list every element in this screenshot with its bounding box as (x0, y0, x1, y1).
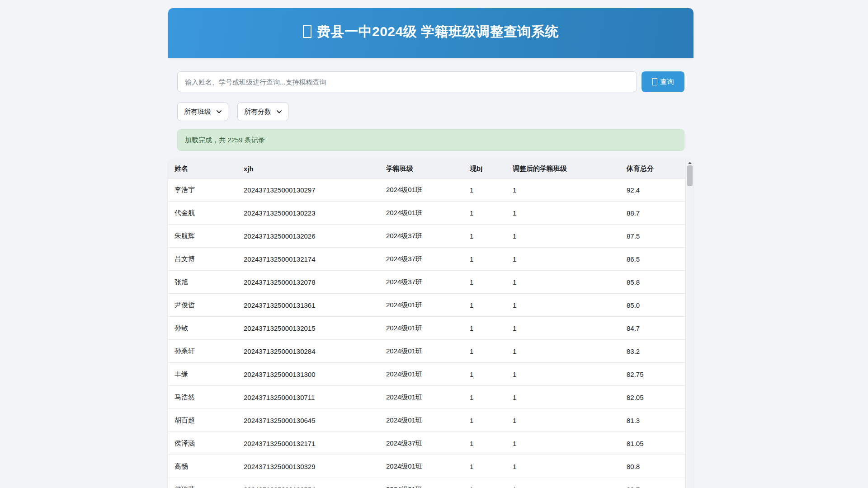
scrollbar-up-arrow[interactable] (688, 162, 692, 164)
column-header-name: 姓名 (168, 159, 237, 178)
score-filter-select[interactable]: 所有分数 (237, 102, 288, 121)
column-header-current-bj: 现bj (463, 159, 506, 178)
cell-registered-class: 2024级01班 (380, 455, 463, 478)
table-row: 李浩宇 2024371325000130297 2024级01班 1 1 92.… (168, 178, 686, 202)
cell-sports-score: 81.05 (620, 432, 686, 455)
cell-name: 朱航辉 (168, 225, 237, 248)
cell-xjh: 2024371325000132174 (237, 248, 380, 271)
cell-adjusted-class: 1 (506, 248, 620, 271)
cell-xjh: 2024371325000130711 (237, 386, 380, 409)
cell-registered-class: 2024级01班 (380, 478, 463, 488)
cell-name: 侯泽涵 (168, 432, 237, 455)
cell-sports-score: 84.7 (620, 317, 686, 340)
table-row: 孙敏 2024371325000132015 2024级01班 1 1 84.7 (168, 317, 686, 340)
app-header: 费县一中2024级 学籍班级调整查询系统 (168, 8, 693, 58)
cell-registered-class: 2024级01班 (380, 386, 463, 409)
class-filter-value: 所有班级 (184, 108, 211, 116)
cell-current-bj: 1 (463, 317, 506, 340)
cell-adjusted-class: 1 (506, 202, 620, 225)
table-row: 侯泽涵 2024371325000132171 2024级37班 1 1 81.… (168, 432, 686, 455)
cell-xjh: 2024371325000131300 (237, 363, 380, 386)
cell-name: 李浩宇 (168, 178, 237, 202)
table-body: 李浩宇 2024371325000130297 2024级01班 1 1 92.… (168, 178, 686, 488)
cell-current-bj: 1 (463, 248, 506, 271)
cell-name: 孙敏 (168, 317, 237, 340)
cell-name: 代金航 (168, 202, 237, 225)
cell-registered-class: 2024级01班 (380, 202, 463, 225)
cell-adjusted-class: 1 (506, 271, 620, 294)
score-filter-value: 所有分数 (244, 108, 271, 116)
cell-adjusted-class: 1 (506, 225, 620, 248)
cell-sports-score: 85.0 (620, 294, 686, 317)
cell-adjusted-class: 1 (506, 409, 620, 432)
cell-current-bj: 1 (463, 455, 506, 478)
cell-name: 吕文博 (168, 248, 237, 271)
column-header-adjusted-class: 调整后的学籍班级 (506, 159, 620, 178)
table-row: 张旭 2024371325000132078 2024级37班 1 1 85.8 (168, 271, 686, 294)
cell-name: 丰缘 (168, 363, 237, 386)
filter-row: 所有班级 所有分数 (177, 102, 684, 121)
table-scrollbar[interactable] (685, 159, 693, 488)
cell-xjh: 2024371325000131361 (237, 294, 380, 317)
page-title-text: 费县一中2024级 学籍班级调整查询系统 (317, 23, 559, 41)
results-table: 姓名 xjh 学籍班级 现bj 调整后的学籍班级 体育总分 李浩宇 202437… (168, 159, 686, 488)
cell-registered-class: 2024级01班 (380, 363, 463, 386)
cell-sports-score: 80.7 (620, 478, 686, 488)
class-filter-select[interactable]: 所有班级 (177, 102, 228, 121)
status-message: 加载完成，共 2259 条记录 (177, 129, 684, 151)
cell-sports-score: 81.3 (620, 409, 686, 432)
search-button-label: 查询 (660, 78, 674, 86)
cell-xjh: 2024371325000130554 (237, 478, 380, 488)
cell-sports-score: 82.05 (620, 386, 686, 409)
cell-current-bj: 1 (463, 340, 506, 363)
cell-sports-score: 82.75 (620, 363, 686, 386)
cell-current-bj: 1 (463, 271, 506, 294)
table-row: 尹俊哲 2024371325000131361 2024级01班 1 1 85.… (168, 294, 686, 317)
cell-registered-class: 2024级01班 (380, 409, 463, 432)
cell-current-bj: 1 (463, 409, 506, 432)
chevron-down-icon (277, 110, 282, 113)
main-container: 费县一中2024级 学籍班级调整查询系统 查询 所有班级 所有分数 加载完成，共… (168, 0, 693, 488)
cell-name: 孙乘轩 (168, 340, 237, 363)
cell-sports-score: 80.8 (620, 455, 686, 478)
cell-adjusted-class: 1 (506, 363, 620, 386)
cell-current-bj: 1 (463, 294, 506, 317)
table-row: 侯玫艺 2024371325000130554 2024级01班 1 1 80.… (168, 478, 686, 488)
cell-current-bj: 1 (463, 178, 506, 202)
cell-xjh: 2024371325000130284 (237, 340, 380, 363)
cell-adjusted-class: 1 (506, 432, 620, 455)
cell-adjusted-class: 1 (506, 294, 620, 317)
search-button[interactable]: 查询 (642, 71, 684, 92)
cell-registered-class: 2024级37班 (380, 432, 463, 455)
cell-adjusted-class: 1 (506, 386, 620, 409)
cell-current-bj: 1 (463, 478, 506, 488)
cell-registered-class: 2024级37班 (380, 248, 463, 271)
cell-sports-score: 85.8 (620, 271, 686, 294)
cell-adjusted-class: 1 (506, 317, 620, 340)
cell-xjh: 2024371325000132078 (237, 271, 380, 294)
cell-name: 张旭 (168, 271, 237, 294)
cell-xjh: 2024371325000132015 (237, 317, 380, 340)
cell-xjh: 2024371325000130329 (237, 455, 380, 478)
cell-registered-class: 2024级01班 (380, 317, 463, 340)
scrollbar-thumb[interactable] (687, 165, 693, 186)
cell-xjh: 2024371325000130645 (237, 409, 380, 432)
cell-xjh: 2024371325000132026 (237, 225, 380, 248)
cell-sports-score: 86.5 (620, 248, 686, 271)
column-header-sports-score: 体育总分 (620, 159, 686, 178)
cell-xjh: 2024371325000132171 (237, 432, 380, 455)
search-icon (303, 25, 311, 38)
cell-name: 侯玫艺 (168, 478, 237, 488)
cell-name: 马浩然 (168, 386, 237, 409)
cell-current-bj: 1 (463, 432, 506, 455)
search-row: 查询 (177, 71, 684, 92)
results-table-card: 姓名 xjh 学籍班级 现bj 调整后的学籍班级 体育总分 李浩宇 202437… (168, 159, 693, 488)
cell-current-bj: 1 (463, 386, 506, 409)
cell-name: 尹俊哲 (168, 294, 237, 317)
cell-registered-class: 2024级37班 (380, 225, 463, 248)
cell-xjh: 2024371325000130223 (237, 202, 380, 225)
column-header-registered-class: 学籍班级 (380, 159, 463, 178)
column-header-xjh: xjh (237, 159, 380, 178)
table-header-row: 姓名 xjh 学籍班级 现bj 调整后的学籍班级 体育总分 (168, 159, 686, 178)
search-input[interactable] (177, 71, 637, 92)
